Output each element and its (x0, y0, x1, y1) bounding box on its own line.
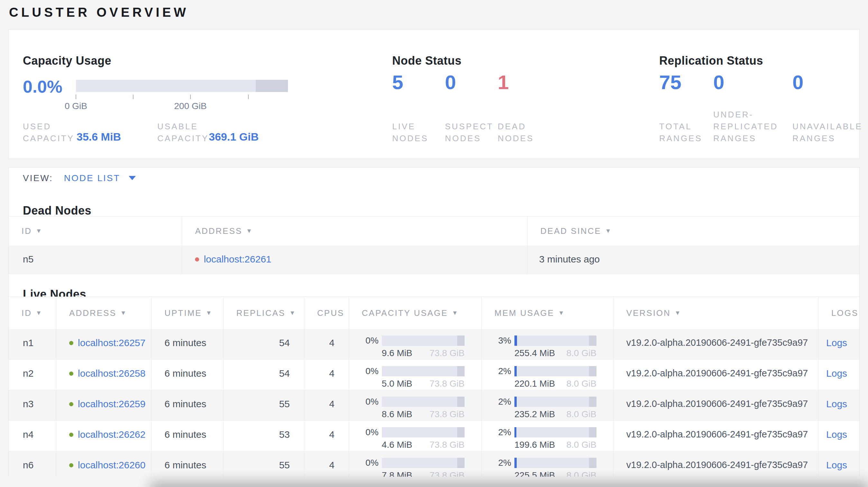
column-label: ADDRESS (69, 308, 117, 318)
usage-bar-row: 0% (360, 397, 465, 407)
logs-link[interactable]: Logs (826, 429, 847, 440)
usage-bar-reserved-segment (589, 335, 596, 346)
live-node-mem-usage: 2%225.5 MiB8.0 GiB (482, 451, 614, 477)
usage-percent: 2% (493, 427, 511, 437)
dead-nodes-header-id[interactable]: ID▼ (9, 217, 182, 246)
dead-node-id: n5 (9, 246, 182, 274)
capacity-meter-bar (76, 80, 288, 92)
usage-bar-row: 0% (360, 458, 465, 468)
live-node-address: localhost:26262 (56, 421, 152, 451)
sort-desc-icon: ▼ (605, 227, 612, 234)
usage-total-value: 73.8 GiB (430, 379, 465, 389)
live-node-replicas: 54 (224, 329, 304, 359)
node-address-link[interactable]: localhost:26261 (204, 254, 271, 265)
usage-bar-row: 0% (360, 427, 465, 437)
live-node-logs: Logs (818, 421, 859, 451)
stat-label: DEAD NODES (498, 121, 548, 144)
column-label: DEAD SINCE (540, 226, 601, 236)
live-nodes-header-capacity-usage[interactable]: CAPACITY USAGE▼ (349, 297, 482, 329)
usage-bar-reserved-segment (457, 458, 465, 468)
live-nodes-header-id[interactable]: ID▼ (9, 297, 56, 329)
node-status-stats: 5LIVE NODES0SUSPECT NODES1DEAD NODES (390, 30, 548, 159)
live-node-cpus: 4 (304, 451, 349, 477)
node-address-link[interactable]: localhost:26258 (78, 368, 146, 379)
live-node-logs: Logs (818, 329, 859, 359)
usage-values: 7.8 MiB73.8 GiB (382, 470, 465, 477)
column-label: LOGS (831, 308, 858, 318)
stat-label: TOTAL RANGES (659, 121, 711, 144)
usage-used-value: 199.6 MiB (515, 440, 555, 450)
live-nodes-header-replicas[interactable]: REPLICAS▼ (224, 297, 304, 329)
usage-bar (515, 397, 596, 407)
axis-tick-label: 0 GiB (65, 101, 87, 111)
live-node-version: v19.2.0-alpha.20190606-2491-gfe735c9a97 (614, 421, 818, 451)
dead-nodes-header-dead-since[interactable]: DEAD SINCE▼ (528, 217, 859, 246)
usable-capacity-value: 369.1 GiB (209, 131, 259, 143)
live-nodes-header-uptime[interactable]: UPTIME▼ (152, 297, 223, 329)
node-address-link[interactable]: localhost:26259 (78, 398, 146, 410)
live-node-address: localhost:26259 (56, 390, 152, 420)
replication-status-stat-total-ranges: 75TOTAL RANGES (657, 30, 711, 159)
view-dropdown-value[interactable]: NODE LIST (64, 173, 120, 183)
chevron-down-icon (129, 176, 136, 180)
stat-value: 5 (392, 71, 403, 94)
live-node-mem-usage: 3%255.4 MiB8.0 GiB (482, 329, 614, 359)
live-status-dot (69, 371, 73, 376)
usage-values: 255.4 MiB8.0 GiB (515, 348, 596, 358)
capacity-meter-reserved-segment (256, 80, 288, 92)
live-node-logs: Logs (818, 360, 859, 390)
used-capacity-value: 35.6 MiB (76, 131, 121, 143)
node-address-link[interactable]: localhost:26257 (78, 337, 146, 348)
dead-nodes-heading: Dead Nodes (23, 204, 91, 218)
usage-bar-row: 0% (360, 366, 465, 376)
nodes-panel: Dead Nodes ID▼ADDRESS▼DEAD SINCE▼n5local… (8, 189, 860, 476)
usage-bar-row: 2% (493, 427, 596, 437)
live-node-version: v19.2.0-alpha.20190606-2491-gfe735c9a97 (614, 451, 818, 477)
live-nodes-header-address[interactable]: ADDRESS▼ (56, 297, 152, 329)
live-node-row: n6localhost:262606 minutes5540%7.8 MiB73… (9, 451, 859, 477)
sort-desc-icon: ▼ (246, 227, 253, 234)
usage-total-value: 8.0 GiB (566, 348, 596, 358)
live-node-address: localhost:26257 (56, 329, 152, 359)
column-label: REPLICAS (237, 308, 286, 318)
live-nodes-header-version[interactable]: VERSION▼ (614, 297, 818, 329)
stat-value: 0 (445, 71, 456, 94)
usage-used-value: 225.5 MiB (515, 470, 555, 477)
logs-link[interactable]: Logs (826, 460, 847, 470)
usage-values: 9.6 MiB73.8 GiB (382, 348, 465, 358)
usage-bar (382, 335, 465, 346)
usage-bar-fill (515, 335, 517, 346)
node-status-stat-dead-nodes: 1DEAD NODES (495, 30, 548, 159)
column-label: ID (22, 308, 32, 318)
usage-bar (382, 397, 465, 407)
column-label: VERSION (626, 308, 671, 318)
column-label: MEM USAGE (494, 308, 554, 318)
logs-link[interactable]: Logs (826, 337, 847, 348)
usage-bar-reserved-segment (589, 427, 596, 437)
logs-link[interactable]: Logs (826, 398, 847, 409)
sort-desc-icon: ▼ (558, 310, 565, 317)
live-node-uptime: 6 minutes (152, 390, 223, 420)
live-node-address: localhost:26258 (56, 360, 152, 390)
logs-link[interactable]: Logs (826, 368, 847, 379)
usage-bar-row: 2% (493, 366, 596, 376)
usage-bar-reserved-segment (457, 397, 465, 407)
usage-values: 199.6 MiB8.0 GiB (515, 440, 596, 450)
live-node-cpus: 4 (304, 360, 349, 390)
stat-label: UNAVAILABLE RANGES (793, 121, 867, 144)
page-title: CLUSTER OVERVIEW (9, 4, 189, 20)
node-address-link[interactable]: localhost:26262 (78, 429, 146, 440)
live-nodes-header-mem-usage[interactable]: MEM USAGE▼ (482, 297, 614, 329)
usage-used-value: 5.0 MiB (382, 379, 412, 389)
usage-bar-fill (515, 397, 517, 407)
node-address: localhost:26258 (69, 368, 145, 379)
live-nodes-header-logs: LOGS (818, 297, 859, 329)
node-address: localhost:26260 (69, 460, 145, 470)
usage-percent: 0% (360, 335, 379, 346)
usage-used-value: 8.6 MiB (382, 409, 412, 419)
dead-nodes-header-address[interactable]: ADDRESS▼ (182, 217, 527, 246)
node-address-link[interactable]: localhost:26260 (78, 460, 146, 470)
usage-bar-fill (515, 458, 517, 468)
view-dropdown[interactable]: NODE LIST (64, 173, 136, 183)
live-node-cpus: 4 (304, 421, 349, 451)
